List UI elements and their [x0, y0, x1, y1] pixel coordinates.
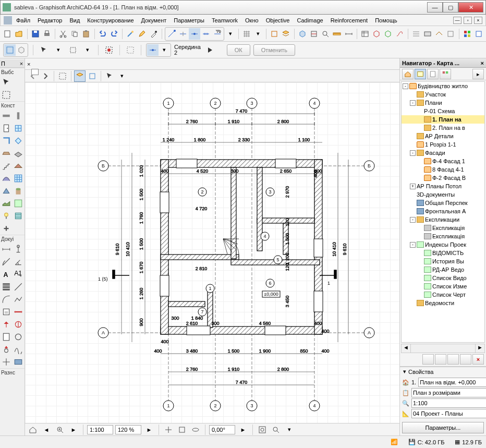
cursor-icon[interactable] [38, 44, 50, 56]
house-view-icon[interactable] [27, 424, 39, 435]
tree-item[interactable]: Експликація [402, 224, 484, 232]
skylight-tool-icon[interactable] [13, 135, 25, 147]
text-tool-icon[interactable]: A [0, 268, 13, 281]
pen-icon[interactable] [137, 28, 147, 40]
drawing-tool-icon[interactable] [0, 306, 13, 318]
save-icon[interactable] [30, 28, 40, 40]
menu-view[interactable]: Вид [66, 16, 83, 25]
fwd-view-icon[interactable]: ► [68, 424, 79, 435]
column-tool-icon[interactable] [13, 110, 25, 122]
open-icon[interactable] [14, 28, 24, 40]
marquee-tool-icon[interactable] [0, 89, 13, 101]
settings-icon[interactable] [473, 28, 484, 40]
slab-tool-icon[interactable] [13, 147, 25, 160]
tree-item[interactable]: РД-АР Ведо [402, 265, 484, 274]
menu-document[interactable]: Документ [138, 16, 170, 25]
section-icon[interactable] [309, 28, 319, 40]
paste-icon[interactable] [81, 28, 91, 40]
snap-edge-icon[interactable] [177, 28, 189, 40]
snap-division-icon[interactable] [200, 28, 212, 40]
print-icon[interactable] [42, 28, 52, 40]
menu-teamwork[interactable]: Teamwork [209, 16, 241, 25]
minimize-button[interactable]: — [427, 2, 443, 13]
tree-item[interactable]: Ф-2 Фасад В [402, 174, 484, 182]
snap-percent-icon[interactable]: % [212, 28, 223, 40]
close-button[interactable]: ✕ [458, 2, 483, 13]
navigator-close-icon[interactable]: × [481, 60, 484, 66]
spline-tool-icon[interactable] [13, 343, 25, 356]
trace-icon[interactable] [269, 28, 280, 40]
tree-item[interactable]: 3D-документы [402, 190, 484, 199]
cursor-dropdown-icon[interactable]: ▾ [53, 44, 64, 56]
polyline-tool-icon[interactable] [13, 293, 25, 306]
midpoint-active-icon[interactable] [147, 44, 159, 56]
nav-settings-icon[interactable] [460, 354, 471, 365]
pan-icon[interactable] [163, 424, 174, 435]
frame-icon[interactable] [445, 28, 456, 40]
vt-trace-icon[interactable] [87, 70, 98, 82]
arrow-tool-icon[interactable] [0, 76, 13, 89]
iso2-icon[interactable] [383, 28, 393, 40]
nav-viewmap-icon[interactable] [415, 69, 426, 79]
tree-item[interactable]: 2. План на в [402, 124, 484, 132]
tree-item[interactable]: История Вы [402, 257, 484, 265]
morph-tool-icon[interactable] [0, 185, 13, 197]
arc-tool-icon[interactable] [0, 293, 13, 306]
tree-item[interactable]: -Експликации [402, 215, 484, 224]
marquee-icon[interactable] [125, 44, 136, 56]
midpoint-dropdown-icon[interactable]: ▾ [159, 44, 170, 56]
orbit-icon[interactable] [190, 424, 201, 435]
angle-input[interactable] [209, 425, 235, 434]
geometry-icon[interactable] [67, 44, 79, 56]
zoom-sel-icon[interactable] [270, 424, 282, 435]
navigator-tree[interactable]: -Будівництво житлоУчасток-ПланиР-01 Схем… [401, 81, 485, 343]
tree-item[interactable]: Р-01 Схема [402, 107, 484, 115]
nav-clone-icon[interactable] [447, 354, 459, 365]
wall-tool-icon[interactable] [0, 110, 13, 122]
tree-item[interactable]: Ведомости [402, 299, 484, 307]
attr-icon[interactable] [360, 28, 370, 40]
tree-item[interactable]: Список Видо [402, 274, 484, 282]
snap-endpoint-icon[interactable] [166, 28, 177, 40]
nav-project-icon[interactable] [402, 69, 414, 79]
redo-icon[interactable] [109, 28, 119, 40]
fill-tool-icon[interactable] [0, 281, 13, 293]
canvas[interactable]: 1 2 3 4 1 2 3 4 Б Б А А [25, 82, 399, 423]
angle-dd-icon[interactable]: ► [237, 424, 249, 435]
detail-icon[interactable] [320, 28, 331, 40]
dimension-icon[interactable] [344, 28, 354, 40]
cut-icon[interactable] [58, 28, 68, 40]
menu-parameters[interactable]: Параметры [171, 16, 208, 25]
zoom-dd-icon[interactable]: ► [143, 424, 155, 435]
prop-layout-input[interactable] [411, 409, 486, 418]
zone-tool-icon[interactable] [13, 197, 25, 210]
tree-item[interactable]: АР Детали [402, 132, 484, 140]
nav-publisher-icon[interactable] [440, 69, 451, 79]
mdi-restore[interactable]: ▫ [464, 17, 472, 24]
reinforce-icon[interactable] [394, 28, 405, 40]
tree-item[interactable]: -Будівництво житло [402, 82, 484, 90]
vt-cursor-icon[interactable] [104, 70, 115, 82]
tree-item[interactable]: Список Черт [402, 290, 484, 299]
zoom-in-icon[interactable] [54, 424, 66, 435]
back-view-icon[interactable]: ◄ [41, 424, 52, 435]
vt-marquee-icon[interactable] [57, 70, 68, 82]
cancel-button[interactable]: Отменить [253, 44, 295, 56]
mode-plan-icon[interactable] [4, 44, 16, 56]
door-tool-icon[interactable] [0, 122, 13, 135]
geometry-dropdown-icon[interactable]: ▾ [82, 44, 93, 56]
vt-fwd-icon[interactable] [40, 70, 51, 82]
grid-icon[interactable] [241, 28, 252, 40]
iso1-icon[interactable] [371, 28, 382, 40]
nav-layout-icon[interactable] [427, 69, 439, 79]
zoom-input[interactable] [115, 425, 141, 434]
tree-item[interactable]: -Плани [402, 99, 484, 107]
nav-save-view-icon[interactable] [435, 354, 446, 365]
wand-icon[interactable] [125, 28, 136, 40]
grid-tool-icon[interactable] [13, 210, 25, 222]
level-dim-tool-icon[interactable] [13, 243, 25, 256]
palette-icon[interactable] [461, 28, 472, 40]
prop-name-input[interactable] [418, 378, 486, 387]
tree-item[interactable]: ВІДОМІСТЬ [402, 249, 484, 257]
tree-item[interactable]: -Фасади [402, 149, 484, 157]
